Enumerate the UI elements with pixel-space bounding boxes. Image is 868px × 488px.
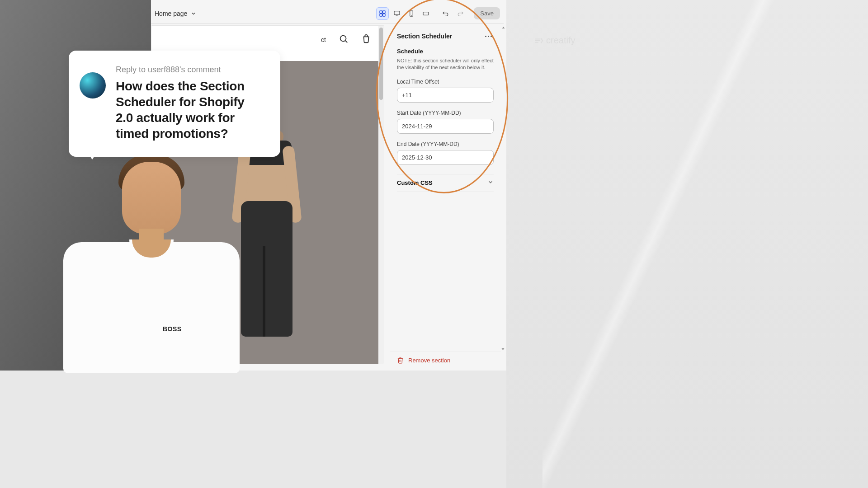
schedule-heading: Schedule: [397, 48, 494, 55]
page-selector[interactable]: Home page: [155, 10, 196, 17]
svg-marker-12: [502, 27, 505, 28]
remove-section-label: Remove section: [408, 357, 450, 364]
comment-bubble: Reply to userf888's comment How does the…: [69, 51, 280, 157]
search-icon[interactable]: [339, 34, 349, 46]
viewport-mobile[interactable]: [405, 7, 418, 20]
svg-rect-2: [380, 14, 382, 16]
viewport-desktop[interactable]: [391, 7, 403, 20]
svg-rect-0: [380, 11, 382, 13]
chevron-down-icon: [487, 179, 494, 187]
svg-rect-1: [383, 11, 385, 13]
svg-rect-3: [383, 14, 385, 16]
svg-marker-13: [502, 348, 505, 350]
section-bottom-bar: Remove section: [390, 351, 501, 369]
viewport-fullwidth[interactable]: [420, 7, 432, 20]
cart-icon[interactable]: [361, 34, 371, 46]
start-date-input[interactable]: [397, 119, 494, 134]
preview-scrollbar[interactable]: [378, 26, 384, 364]
storefront-header: ct: [151, 26, 384, 54]
page-background-right: [506, 0, 868, 488]
comment-question: How does the Section Scheduler for Shopi…: [116, 78, 265, 141]
background-sheen: [542, 0, 868, 488]
sidebar-scroll-up[interactable]: [501, 25, 505, 30]
custom-css-accordion[interactable]: Custom CSS: [397, 174, 494, 192]
inspector-toggle[interactable]: [376, 7, 389, 20]
start-date-label: Start Date (YYYY-MM-DD): [397, 110, 494, 116]
remove-section-button[interactable]: Remove section: [397, 357, 450, 364]
svg-point-10: [340, 36, 346, 42]
storefront-nav-item[interactable]: ct: [321, 36, 326, 43]
custom-css-label: Custom CSS: [397, 179, 433, 186]
offset-label: Local Time Offset: [397, 79, 494, 85]
sidebar-scroll-down[interactable]: [501, 345, 505, 349]
svg-rect-4: [394, 11, 400, 14]
section-settings-panel: Section Scheduler Schedule NOTE: this se…: [390, 25, 501, 351]
offset-input[interactable]: [397, 88, 494, 103]
page-selector-label: Home page: [155, 10, 187, 17]
chevron-down-icon: [191, 11, 196, 16]
svg-line-11: [345, 41, 347, 42]
panel-title: Section Scheduler: [397, 33, 452, 40]
panel-more-icon[interactable]: [483, 34, 494, 39]
save-button[interactable]: Save: [474, 7, 500, 19]
end-date-label: End Date (YYYY-MM-DD): [397, 141, 494, 147]
scrollbar-thumb[interactable]: [379, 28, 383, 100]
redo-button[interactable]: [454, 7, 467, 20]
reply-to-line: Reply to userf888's comment: [116, 65, 265, 75]
svg-rect-9: [423, 12, 429, 15]
viewport-toolbar: Save: [376, 7, 500, 20]
undo-button[interactable]: [439, 7, 452, 20]
editor-topbar: Home page Save: [151, 4, 504, 23]
schedule-note: NOTE: this section scheduler will only e…: [397, 57, 494, 71]
end-date-input[interactable]: [397, 150, 494, 165]
trash-icon: [397, 357, 404, 364]
commenter-avatar: [80, 72, 106, 99]
